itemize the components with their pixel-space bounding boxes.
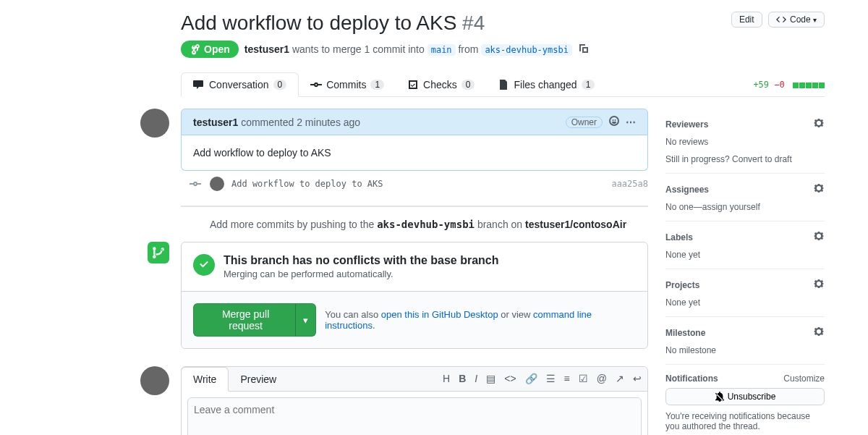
convert-draft-link[interactable]: Still in progress? Convert to draft [665,154,792,164]
pr-number: #4 [462,12,485,34]
notifications-note: You're receiving notifications because y… [665,411,825,431]
quote-icon[interactable]: ▤ [486,373,495,384]
merge-status-box: This branch has no conflicts with the ba… [181,242,648,349]
milestone-value: No milestone [665,345,825,355]
tab-files[interactable]: Files changed 1 [486,73,606,96]
head-branch[interactable]: aks-devhub-ymsbi [481,44,572,56]
assignees-value: No one—assign yourself [665,202,825,212]
edit-button[interactable]: Edit [731,12,762,28]
conversation-count: 0 [273,80,287,90]
commit-avatar[interactable] [210,177,224,191]
tab-checks[interactable]: Checks 0 [396,73,486,96]
comment-time: commented 2 minutes ago [241,117,360,128]
comment-author[interactable]: testuser1 [193,117,238,128]
heading-icon[interactable]: H [443,373,450,384]
diff-stat: +59 −0 [753,80,825,90]
italic-icon[interactable]: I [475,373,477,384]
customize-link[interactable]: Customize [783,373,825,384]
labels-header: Labels [665,232,693,242]
copy-icon[interactable] [578,43,590,56]
write-tab[interactable]: Write [181,367,229,392]
avatar[interactable] [140,109,169,138]
tab-conversation[interactable]: Conversation 0 [181,72,299,97]
ol-icon[interactable]: ≡ [564,373,570,384]
pr-tabs: Conversation 0 Commits 1 Checks 0 Files … [181,72,825,97]
md-toolbar: H B I ▤ <> 🔗 ☰ ≡ ☑ @ ↗ ↩ [443,373,642,384]
emoji-icon[interactable] [608,115,620,129]
assignees-header: Assignees [665,185,709,195]
code-button[interactable]: Code ▾ [768,12,825,28]
reviewers-value: No reviews [665,137,825,147]
projects-header: Projects [665,280,699,290]
comment-editor: Write Preview H B I ▤ <> 🔗 ☰ ≡ ☑ @ [181,366,648,435]
open-desktop-link[interactable]: open this in GitHub Desktop [381,309,498,320]
check-icon [193,254,215,276]
merge-subtitle: Merging can be performed automatically. [224,269,499,279]
avatar[interactable] [140,366,169,395]
merge-description: testuser1 wants to merge 1 commit into m… [244,43,572,55]
commit-icon [190,178,201,190]
notifications-header: Notifications [665,373,718,384]
commits-count: 1 [370,80,384,90]
state-badge: Open [181,41,239,58]
commit-row: Add workflow to deploy to AKS aaa25a8 [181,171,648,197]
labels-value: None yet [665,250,825,260]
kebab-icon[interactable]: ⋯ [626,117,636,128]
commit-sha[interactable]: aaa25a8 [611,179,648,189]
bold-icon[interactable]: B [459,373,466,384]
comment-body: Add workflow to deploy to AKS [181,135,648,171]
code-icon[interactable]: <> [504,373,516,384]
merge-icon [148,242,169,263]
comment: testuser1 commented 2 minutes ago Owner … [181,109,648,171]
checks-count: 0 [461,80,475,90]
comment-textarea[interactable] [187,397,642,435]
reply-icon[interactable]: ↩ [633,373,642,384]
preview-tab[interactable]: Preview [229,367,288,391]
push-hint: Add more commits by pushing to the aks-d… [210,219,648,230]
mention-icon[interactable]: @ [597,373,607,384]
gear-icon[interactable] [813,182,825,196]
gear-icon[interactable] [813,230,825,244]
ul-icon[interactable]: ☰ [546,373,556,384]
tab-commits[interactable]: Commits 1 [299,73,396,96]
commit-message[interactable]: Add workflow to deploy to AKS [231,179,383,189]
reviewers-header: Reviewers [665,119,708,130]
task-icon[interactable]: ☑ [579,373,588,384]
merge-title: This branch has no conflicts with the ba… [224,254,499,267]
merge-button[interactable]: Merge pull request [193,303,298,337]
unsubscribe-button[interactable]: Unsubscribe [665,388,825,405]
projects-value: None yet [665,297,825,308]
gear-icon[interactable] [813,117,825,131]
gear-icon[interactable] [813,326,825,339]
merge-dropdown[interactable]: ▾ [295,303,316,337]
pr-title: Add workflow to deploy to AKS #4 [181,12,485,35]
gear-icon[interactable] [813,278,825,292]
owner-badge: Owner [566,117,603,128]
assign-yourself-link[interactable]: assign yourself [702,202,760,212]
merge-alternatives: You can also open this in GitHub Desktop… [325,309,636,331]
base-branch[interactable]: main [427,44,456,56]
files-count: 1 [582,80,595,90]
crossref-icon[interactable]: ↗ [616,373,624,384]
milestone-header: Milestone [665,328,705,338]
link-icon[interactable]: 🔗 [525,373,537,384]
